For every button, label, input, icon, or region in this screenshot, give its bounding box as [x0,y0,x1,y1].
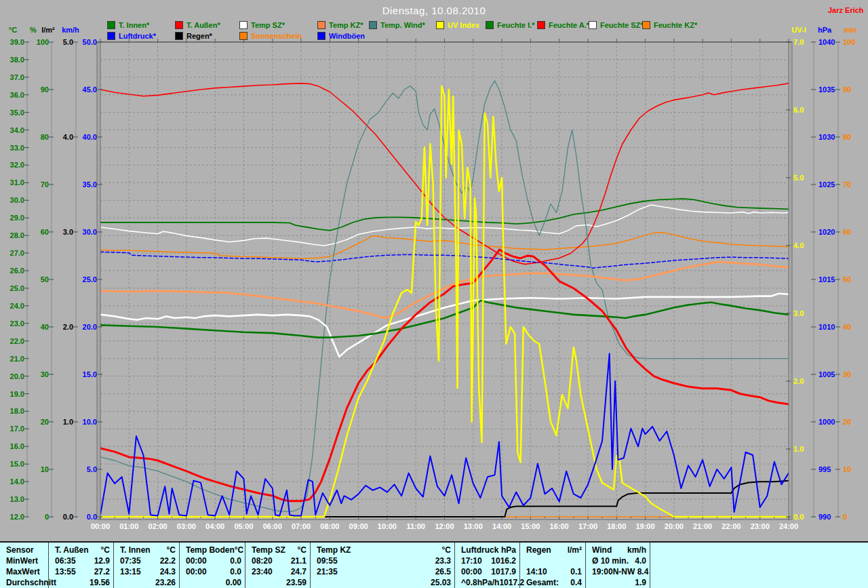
x-tick-label: 12:00 [435,522,454,530]
axis-tick-label: 90 [41,85,49,94]
table-cell: 26.5 [435,567,451,576]
axis-tick-label: 40 [843,323,851,331]
axis-tick-label: 1040 [818,38,835,46]
table-cell: °C [235,545,243,555]
table-cell: Luftdruck [461,545,498,555]
axis-tick-label: 80 [41,133,49,141]
axis-tick-label: 13.0 [10,495,24,503]
axis-tick-label: 10.0 [83,418,97,426]
axis-unit-header: min [844,26,857,34]
x-tick-label: 17:00 [578,522,597,530]
table-cell: Ø 10 min. [592,556,629,566]
axis-tick-label: 50 [41,275,49,283]
table-cell: °C [167,545,176,555]
axis-unit-header: % [30,26,37,34]
table-cell: 14:10 [526,567,547,576]
axis-tick-label: 3.0 [793,309,804,317]
table-cell: 23.26 [155,578,176,587]
table-cell: 07:35 [120,556,141,566]
table-cell: 0.00 [226,578,241,587]
axis-tick-label: 1000 [818,418,835,426]
axis-tick-label: 4.0 [793,241,804,250]
axis-tick-label: 20.0 [83,323,97,331]
axis-tick-label: 90 [843,85,851,94]
summary-table: SensorMinWertMaxWertDurchschnittT. Außen… [0,541,868,588]
axis-tick-label: 30.0 [10,196,24,204]
table-column-temp-kz: Temp KZ°C09:5523.321:3526.525.03 [310,543,454,588]
table-cell: 21:35 [317,567,338,576]
table-cell: hPa [501,545,516,555]
axis-tick-label: 100 [37,38,49,46]
axis-tick-label: 1.0 [793,445,804,453]
table-cell: Temp SZ [252,545,285,555]
x-tick-label: 06:00 [263,522,282,530]
axis-tick-label: 17.0 [10,425,24,433]
table-column-regen: Regenl/m²14:100.1Gesamt:0.4 [519,543,585,588]
axis-tick-label: 70 [41,180,49,189]
table-row-label: MaxWert [6,567,40,576]
x-tick-label: 09:00 [349,522,368,530]
x-tick-label: 18:00 [607,522,626,530]
x-tick-label: 02:00 [149,522,167,530]
table-empty-area [650,543,868,588]
table-cell: l/m² [568,545,582,555]
axis-unit-header: hPa [818,26,831,34]
x-tick-label: 13:00 [464,522,483,530]
axis-tick-label: 60 [843,228,851,236]
chart-plot-area: 12.013.014.015.016.017.018.019.020.021.0… [0,0,868,543]
table-cell: T. Innen [120,545,151,555]
table-cell: 24.3 [160,567,176,576]
table-row-labels-column: SensorMinWertMaxWertDurchschnitt [0,543,48,588]
axis-tick-label: 0 [843,513,847,521]
table-cell: 4.0 [635,556,646,566]
axis-tick-label: 35.0 [10,109,24,117]
table-cell: 13:55 [55,567,76,576]
table-cell: 27.2 [94,567,110,576]
axis-tick-label: 14.0 [10,477,24,486]
axis-tick-label: 5.0 [793,174,804,182]
axis-tick-label: 10 [41,465,49,473]
x-tick-label: 14:00 [492,522,511,530]
series-uv-index [100,86,789,517]
table-cell: 0.1 [570,567,582,576]
table-cell: 21.1 [291,556,307,566]
axis-tick-label: 15.0 [83,370,97,378]
table-cell: 00:00 [461,567,482,576]
axis-tick-label: 27.0 [10,249,24,257]
axis-tick-label: 16.0 [10,442,24,450]
axis-tick-label: 990 [818,513,831,521]
table-cell: 0.0 [230,567,241,576]
table-row-label: MinWert [6,556,38,566]
table-cell: T. Außen [55,545,89,555]
axis-tick-label: 4.0 [63,133,73,141]
table-cell: 13:15 [120,567,141,576]
axis-tick-label: 34.0 [10,126,24,134]
table-cell: 08:20 [252,556,273,566]
x-tick-label: 19:00 [635,522,654,530]
axis-unit-header: °C [9,26,17,34]
table-cell: 23.3 [435,556,451,566]
axis-tick-label: 25.0 [83,275,97,283]
table-column-t-au-en: T. Außen°C06:3512.913:5527.219.56 [48,543,113,588]
table-row-label: Sensor [6,545,34,555]
axis-tick-label: 39.0 [10,38,24,46]
axis-tick-label: 40.0 [83,133,97,141]
table-cell: 1017.9 [491,567,516,576]
table-cell: ^0.8hPa/h [461,578,499,587]
x-tick-label: 23:00 [751,522,770,530]
axis-tick-label: 15.0 [10,460,24,468]
table-cell: 24.7 [291,567,307,576]
axis-tick-label: 23.0 [10,319,24,328]
table-cell: Gesamt: [526,578,559,587]
table-cell: °C [101,545,110,555]
axis-tick-label: 29.0 [10,214,24,222]
table-cell: °C [442,545,451,555]
axis-tick-label: 32.0 [10,161,24,169]
axis-unit-header: l/m² [41,26,55,34]
axis-tick-label: 6.0 [793,106,804,114]
axis-tick-label: 20.0 [10,372,24,380]
axis-tick-label: 80 [843,133,851,141]
axis-tick-label: 995 [818,465,831,473]
axis-tick-label: 1.0 [63,418,73,426]
x-tick-label: 16:00 [550,522,569,530]
